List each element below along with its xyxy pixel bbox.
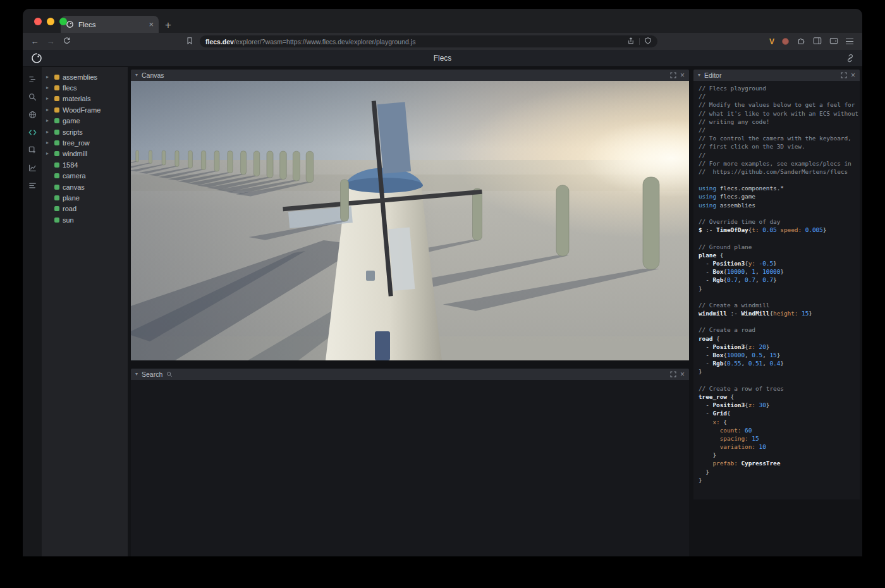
stats-chart-icon[interactable] bbox=[26, 161, 39, 174]
entity-kind-swatch bbox=[54, 107, 59, 113]
search-expand-icon[interactable] bbox=[670, 371, 676, 377]
tree-item-label: WoodFrame bbox=[63, 106, 101, 114]
chevron-right-icon[interactable]: ▸ bbox=[46, 140, 51, 145]
tree-item-label: camera bbox=[63, 172, 86, 180]
inspector-icon[interactable] bbox=[26, 144, 39, 156]
entity-kind-swatch bbox=[54, 162, 59, 168]
tree-item-canvas[interactable]: canvas bbox=[42, 181, 128, 192]
tab-close-icon[interactable]: × bbox=[149, 20, 154, 28]
search-panel-title: Search bbox=[142, 371, 162, 378]
reload-button[interactable] bbox=[61, 37, 72, 46]
search-magnifier-icon bbox=[166, 371, 173, 377]
browser-menu-icon[interactable] bbox=[846, 39, 853, 45]
search-results-area bbox=[131, 380, 689, 556]
tree-item-windmill[interactable]: ▸windmill bbox=[42, 149, 128, 159]
new-tab-button[interactable]: + bbox=[165, 20, 171, 30]
chevron-right-icon[interactable]: ▸ bbox=[46, 107, 51, 113]
tree-item-road[interactable]: road bbox=[42, 204, 128, 214]
zoom-window-button[interactable] bbox=[59, 18, 67, 25]
tree-item-label: materials bbox=[63, 95, 91, 102]
url-path: /explorer/?wasm=https://www.flecs.dev/ex… bbox=[234, 38, 415, 46]
editor-panel-title: Editor bbox=[704, 71, 721, 79]
chevron-right-icon[interactable]: ▸ bbox=[46, 85, 51, 90]
world-globe-icon[interactable] bbox=[26, 108, 39, 121]
share-link-icon[interactable] bbox=[846, 54, 855, 65]
tab-title: Flecs bbox=[78, 21, 144, 28]
editor-close-icon[interactable]: × bbox=[851, 71, 855, 79]
vpn-button[interactable]: V bbox=[769, 37, 774, 46]
entity-kind-swatch bbox=[54, 151, 59, 156]
share-icon[interactable] bbox=[627, 37, 635, 46]
tree-item-sun[interactable]: sun bbox=[42, 214, 128, 225]
tree-item-1584[interactable]: 1584 bbox=[42, 159, 128, 170]
omnibox-divider bbox=[639, 38, 640, 45]
tree-item-label: road bbox=[63, 205, 76, 212]
entity-kind-swatch bbox=[54, 206, 59, 211]
forward-button: → bbox=[45, 37, 56, 46]
tree-item-label: 1584 bbox=[63, 161, 78, 169]
tree-item-tree_row[interactable]: ▸tree_row bbox=[42, 137, 128, 148]
traffic-lights bbox=[34, 18, 67, 25]
side-panel-icon[interactable] bbox=[813, 36, 822, 47]
app-header: Flecs bbox=[23, 50, 862, 67]
chevron-down-icon[interactable]: ▾ bbox=[698, 73, 700, 78]
bookmark-panel-icon[interactable] bbox=[184, 37, 195, 46]
tree-item-label: game bbox=[63, 117, 80, 125]
commands-list-icon[interactable] bbox=[26, 179, 39, 192]
entity-kind-swatch bbox=[54, 217, 59, 223]
chevron-right-icon[interactable]: ▸ bbox=[46, 96, 51, 101]
chevron-right-icon[interactable]: ▸ bbox=[46, 118, 51, 123]
canvas-panel-header: ▾ Canvas × bbox=[131, 70, 689, 81]
tree-item-label: sun bbox=[63, 216, 74, 224]
editor-expand-icon[interactable] bbox=[841, 72, 847, 78]
chevron-right-icon[interactable]: ▸ bbox=[46, 151, 51, 156]
tree-item-materials[interactable]: ▸materials bbox=[42, 94, 128, 104]
canvas-close-icon[interactable]: × bbox=[680, 71, 685, 79]
entity-tree-icon[interactable] bbox=[26, 73, 39, 85]
entity-kind-swatch bbox=[54, 185, 59, 190]
chevron-right-icon[interactable]: ▸ bbox=[46, 75, 51, 80]
left-icon-sidebar bbox=[23, 67, 42, 556]
close-window-button[interactable] bbox=[34, 18, 42, 25]
chevron-right-icon[interactable]: ▸ bbox=[46, 130, 51, 135]
brave-shield-icon[interactable] bbox=[644, 37, 652, 46]
canvas-panel-title: Canvas bbox=[142, 71, 164, 79]
extensions-puzzle-icon[interactable] bbox=[796, 36, 805, 47]
canvas-3d-view[interactable] bbox=[131, 81, 689, 360]
tree-item-label: tree_row bbox=[63, 139, 90, 147]
entity-tree: ▸assemblies▸flecs▸materials▸WoodFrame▸ga… bbox=[42, 67, 128, 556]
query-search-icon[interactable] bbox=[26, 90, 39, 103]
toolbar-extensions-area: V bbox=[769, 36, 853, 47]
tree-item-label: assemblies bbox=[63, 73, 97, 81]
tree-item-assemblies[interactable]: ▸assemblies bbox=[42, 71, 128, 82]
chevron-down-icon[interactable]: ▾ bbox=[135, 73, 138, 78]
extension-badge-icon[interactable] bbox=[782, 38, 789, 45]
browser-tab[interactable]: Flecs × bbox=[61, 16, 159, 33]
url-bar[interactable]: flecs.dev/explorer/?wasm=https://www.fle… bbox=[200, 35, 657, 47]
entity-kind-swatch bbox=[54, 85, 59, 90]
tree-item-plane[interactable]: plane bbox=[42, 192, 128, 203]
editor-code[interactable]: // Flecs playground//// Modify the value… bbox=[693, 81, 860, 499]
entity-kind-swatch bbox=[54, 118, 59, 123]
chevron-down-icon[interactable]: ▾ bbox=[135, 372, 138, 377]
search-panel-header: ▾ Search × bbox=[131, 369, 689, 380]
back-button[interactable]: ← bbox=[29, 37, 40, 46]
tree-item-label: windmill bbox=[63, 150, 87, 157]
editor-panel: ▾ Editor × // Flecs playground//// Modif… bbox=[693, 70, 860, 556]
canvas-expand-icon[interactable] bbox=[670, 72, 676, 78]
editor-panel-header: ▾ Editor × bbox=[693, 70, 860, 81]
tree-item-flecs[interactable]: ▸flecs bbox=[42, 82, 128, 93]
entity-kind-swatch bbox=[54, 75, 59, 80]
entity-kind-swatch bbox=[54, 96, 59, 101]
minimize-window-button[interactable] bbox=[47, 18, 54, 25]
tree-item-label: scripts bbox=[63, 128, 83, 136]
tree-item-scripts[interactable]: ▸scripts bbox=[42, 126, 128, 137]
tree-item-label: flecs bbox=[63, 84, 77, 92]
search-close-icon[interactable]: × bbox=[680, 371, 685, 378]
tree-item-game[interactable]: ▸game bbox=[42, 116, 128, 126]
wallet-icon[interactable] bbox=[829, 36, 838, 47]
center-column: ▾ Canvas × bbox=[128, 67, 693, 556]
script-code-icon[interactable] bbox=[26, 126, 39, 138]
tree-item-WoodFrame[interactable]: ▸WoodFrame bbox=[42, 104, 128, 115]
tree-item-camera[interactable]: camera bbox=[42, 171, 128, 181]
